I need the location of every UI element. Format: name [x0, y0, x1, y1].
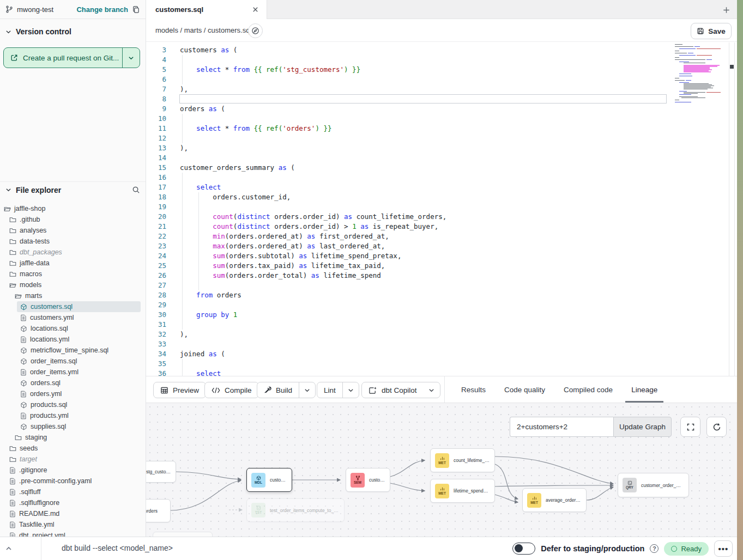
code-line-32[interactable]: 32), — [146, 330, 737, 339]
lineage-node-customer_order_metrics[interactable]: QRYcustomer_order_metrics — [618, 473, 689, 497]
file-tree-item-analyses[interactable]: analyses — [0, 225, 146, 236]
code-line-6[interactable]: 6 — [146, 75, 737, 84]
file-tree-item--sqlfluffignore[interactable]: .sqlfluffignore — [0, 497, 146, 508]
lineage-selector-input[interactable] — [510, 417, 613, 437]
tab-customers-sql[interactable]: customers.sql — [146, 0, 267, 19]
code-line-36[interactable]: 36 select — [146, 369, 737, 376]
code-line-13[interactable]: 13), — [146, 143, 737, 153]
collapse-caret-icon[interactable] — [3, 543, 14, 554]
file-tree-item--sqlfluff[interactable]: .sqlfluff — [0, 486, 146, 497]
code-line-14[interactable]: 14 — [146, 153, 737, 163]
update-graph-button[interactable]: Update Graph — [613, 417, 672, 437]
file-tree-item-locations-sql[interactable]: locations.sql — [0, 323, 146, 334]
build-dropdown[interactable] — [299, 382, 315, 398]
code-line-22[interactable]: 22 min(orders.ordered_at) as first_order… — [146, 232, 737, 241]
lineage-canvas[interactable]: stg_customersordersMDLcustomersTSTtest_o… — [146, 403, 737, 537]
file-tree-item-products-sql[interactable]: products.sql — [0, 399, 146, 410]
lineage-node-average_order_value[interactable]: METaverage_order_value — [522, 488, 587, 512]
minimap[interactable] — [672, 42, 721, 105]
code-line-5[interactable]: 5 select * from {{ ref('stg_customers') … — [146, 65, 737, 75]
lineage-node-customers_sem[interactable]: SEMcustomers — [346, 468, 390, 492]
file-tree-item-marts[interactable]: marts — [0, 290, 146, 301]
code-line-4[interactable]: 4 — [146, 55, 737, 65]
copilot-dropdown[interactable] — [424, 382, 440, 398]
create-pr-button[interactable]: Create a pull request on Git... — [3, 47, 140, 68]
preview-button[interactable]: Preview — [153, 382, 206, 398]
code-line-11[interactable]: 11 select * from {{ ref('orders') }} — [146, 124, 737, 133]
file-tree-item-readme-md[interactable]: README.md — [0, 508, 146, 519]
file-tree-item-locations-yml[interactable]: locations.yml — [0, 334, 146, 345]
build-button-group[interactable]: Build — [257, 382, 316, 398]
lineage-node-partial[interactable] — [153, 532, 213, 537]
file-tree-item-data-tests[interactable]: data-tests — [0, 236, 146, 247]
change-branch-link[interactable]: Change branch — [76, 5, 128, 14]
fullscreen-button[interactable] — [680, 417, 700, 437]
lineage-node-test[interactable]: TSTtest_order_items_compute_to_bools... — [246, 498, 345, 522]
scrollbar-thumb[interactable] — [730, 65, 734, 69]
lint-dropdown[interactable] — [342, 382, 359, 398]
panel-tab-code-quality[interactable]: Code quality — [495, 376, 554, 403]
panel-tab-compiled-code[interactable]: Compiled code — [554, 376, 622, 403]
file-tree-item-customers-yml[interactable]: customers.yml — [0, 312, 146, 323]
file-tree-item-orders-sql[interactable]: orders.sql — [0, 378, 146, 388]
file-tree-item-orders-yml[interactable]: orders.yml — [0, 388, 146, 399]
file-explorer-header[interactable]: File explorer — [0, 181, 146, 198]
code-line-27[interactable]: 27 — [146, 281, 737, 290]
lineage-node-lifetime_spend_pretax[interactable]: METlifetime_spend_pretax — [430, 479, 495, 503]
file-tree-item-dbt-project-yml[interactable]: dbt_project.yml — [0, 530, 146, 537]
close-tab-icon[interactable] — [252, 6, 259, 13]
lineage-node-count_lifetime_orders[interactable]: METcount_lifetime_orders — [430, 448, 495, 472]
copy-icon[interactable] — [132, 5, 140, 14]
save-button[interactable]: Save — [691, 23, 732, 39]
file-tree-item-staging[interactable]: staging — [0, 432, 146, 443]
command-text[interactable]: dbt build --select <model_name> — [62, 544, 173, 552]
file-tree-item-order-items-sql[interactable]: order_items.sql — [0, 356, 146, 367]
code-line-19[interactable]: 19 — [146, 202, 737, 212]
new-tab-button[interactable] — [720, 4, 732, 16]
lineage-node-stg[interactable]: stg_customers — [146, 461, 176, 483]
code-line-7[interactable]: 7), — [146, 84, 737, 94]
code-line-18[interactable]: 18 orders.customer_id, — [146, 192, 737, 202]
code-line-20[interactable]: 20 count(distinct orders.order_id) as co… — [146, 212, 737, 222]
code-line-28[interactable]: 28 from orders — [146, 290, 737, 300]
file-tree-item-order-items-yml[interactable]: order_items.yml — [0, 367, 146, 378]
status-ready-badge[interactable]: Ready — [664, 542, 709, 556]
file-tree-item-jaffle-shop[interactable]: jaffle-shop — [0, 203, 146, 214]
explore-compass-button[interactable] — [248, 23, 263, 38]
file-tree-item-products-yml[interactable]: products.yml — [0, 410, 146, 421]
code-line-31[interactable]: 31 — [146, 320, 737, 330]
file-tree-item-dbt-packages[interactable]: dbt_packages — [0, 247, 146, 258]
code-line-34[interactable]: 34joined as ( — [146, 349, 737, 359]
file-tree-item-taskfile-yml[interactable]: Taskfile.yml — [0, 519, 146, 530]
panel-tab-lineage[interactable]: Lineage — [622, 376, 667, 403]
code-line-24[interactable]: 24 sum(orders.subtotal) as lifetime_spen… — [146, 251, 737, 261]
code-line-30[interactable]: 30 group by 1 — [146, 310, 737, 320]
code-line-26[interactable]: 26 sum(orders.order_total) as lifetime_s… — [146, 271, 737, 281]
file-tree-item-metricflow-time-spine-sql[interactable]: metricflow_time_spine.sql — [0, 345, 146, 356]
refresh-button[interactable] — [706, 417, 727, 437]
code-editor[interactable]: 23customers as (45 select * from {{ ref(… — [146, 42, 737, 376]
defer-toggle[interactable] — [512, 543, 535, 555]
code-line-33[interactable]: 33 — [146, 339, 737, 349]
file-tree-item--github[interactable]: .github — [0, 214, 146, 225]
copilot-button[interactable]: dbt Copilot — [362, 382, 424, 398]
code-line-25[interactable]: 25 sum(orders.tax_paid) as lifetime_tax_… — [146, 261, 737, 271]
file-tree-item-customers-sql[interactable]: customers.sql — [0, 301, 146, 312]
lineage-node-orders[interactable]: orders — [146, 499, 171, 522]
file-tree-item-target[interactable]: target — [0, 454, 146, 465]
lint-button[interactable]: Lint — [317, 382, 342, 398]
code-line-9[interactable]: 9orders as ( — [146, 104, 737, 114]
file-tree-item--gitignore[interactable]: .gitignore — [0, 465, 146, 476]
code-line-23[interactable]: 23 max(orders.ordered_at) as last_ordere… — [146, 241, 737, 251]
build-button[interactable]: Build — [257, 382, 299, 398]
code-line-3[interactable]: 3customers as ( — [146, 45, 737, 55]
file-tree-item--pre-commit-config-yaml[interactable]: .pre-commit-config.yaml — [0, 476, 146, 486]
code-line-29[interactable]: 29 — [146, 300, 737, 310]
compile-button[interactable]: Compile — [204, 382, 259, 398]
more-options-button[interactable]: ••• — [714, 540, 733, 557]
file-tree-item-macros[interactable]: macros — [0, 269, 146, 279]
create-pr-dropdown[interactable] — [122, 48, 140, 68]
search-icon[interactable] — [132, 186, 140, 194]
code-line-15[interactable]: 15customer_orders_summary as ( — [146, 163, 737, 173]
file-tree-item-jaffle-data[interactable]: jaffle-data — [0, 258, 146, 269]
